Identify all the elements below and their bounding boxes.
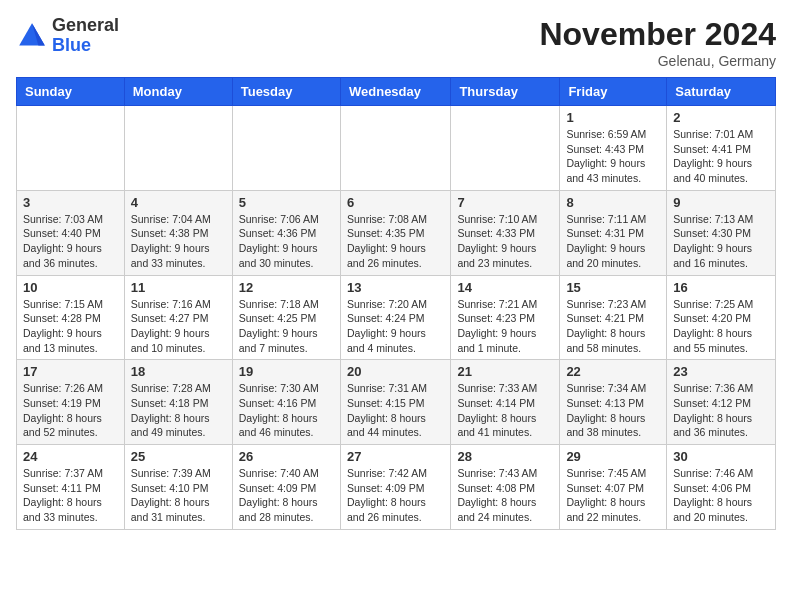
day-info: Sunrise: 7:15 AMSunset: 4:28 PMDaylight:… <box>23 297 118 356</box>
calendar-cell: 3Sunrise: 7:03 AMSunset: 4:40 PMDaylight… <box>17 190 125 275</box>
day-info: Sunrise: 7:37 AMSunset: 4:11 PMDaylight:… <box>23 466 118 525</box>
calendar-cell <box>340 106 450 191</box>
day-info: Sunrise: 7:34 AMSunset: 4:13 PMDaylight:… <box>566 381 660 440</box>
day-info: Sunrise: 7:18 AMSunset: 4:25 PMDaylight:… <box>239 297 334 356</box>
calendar-cell: 19Sunrise: 7:30 AMSunset: 4:16 PMDayligh… <box>232 360 340 445</box>
calendar-cell: 10Sunrise: 7:15 AMSunset: 4:28 PMDayligh… <box>17 275 125 360</box>
day-info: Sunrise: 7:06 AMSunset: 4:36 PMDaylight:… <box>239 212 334 271</box>
day-info: Sunrise: 7:28 AMSunset: 4:18 PMDaylight:… <box>131 381 226 440</box>
day-header-wednesday: Wednesday <box>340 78 450 106</box>
day-number: 26 <box>239 449 334 464</box>
day-info: Sunrise: 7:40 AMSunset: 4:09 PMDaylight:… <box>239 466 334 525</box>
location: Gelenau, Germany <box>539 53 776 69</box>
calendar-cell: 29Sunrise: 7:45 AMSunset: 4:07 PMDayligh… <box>560 445 667 530</box>
day-number: 20 <box>347 364 444 379</box>
day-header-saturday: Saturday <box>667 78 776 106</box>
day-number: 7 <box>457 195 553 210</box>
day-info: Sunrise: 7:08 AMSunset: 4:35 PMDaylight:… <box>347 212 444 271</box>
day-number: 23 <box>673 364 769 379</box>
day-number: 1 <box>566 110 660 125</box>
calendar: SundayMondayTuesdayWednesdayThursdayFrid… <box>16 77 776 530</box>
day-info: Sunrise: 7:36 AMSunset: 4:12 PMDaylight:… <box>673 381 769 440</box>
calendar-cell: 13Sunrise: 7:20 AMSunset: 4:24 PMDayligh… <box>340 275 450 360</box>
day-info: Sunrise: 7:46 AMSunset: 4:06 PMDaylight:… <box>673 466 769 525</box>
calendar-week-4: 17Sunrise: 7:26 AMSunset: 4:19 PMDayligh… <box>17 360 776 445</box>
day-number: 25 <box>131 449 226 464</box>
day-number: 14 <box>457 280 553 295</box>
calendar-cell: 20Sunrise: 7:31 AMSunset: 4:15 PMDayligh… <box>340 360 450 445</box>
day-number: 29 <box>566 449 660 464</box>
day-info: Sunrise: 7:03 AMSunset: 4:40 PMDaylight:… <box>23 212 118 271</box>
calendar-cell: 7Sunrise: 7:10 AMSunset: 4:33 PMDaylight… <box>451 190 560 275</box>
calendar-cell: 11Sunrise: 7:16 AMSunset: 4:27 PMDayligh… <box>124 275 232 360</box>
day-header-tuesday: Tuesday <box>232 78 340 106</box>
day-number: 4 <box>131 195 226 210</box>
day-header-friday: Friday <box>560 78 667 106</box>
day-info: Sunrise: 7:21 AMSunset: 4:23 PMDaylight:… <box>457 297 553 356</box>
day-info: Sunrise: 7:13 AMSunset: 4:30 PMDaylight:… <box>673 212 769 271</box>
calendar-header-row: SundayMondayTuesdayWednesdayThursdayFrid… <box>17 78 776 106</box>
calendar-cell: 25Sunrise: 7:39 AMSunset: 4:10 PMDayligh… <box>124 445 232 530</box>
calendar-cell: 27Sunrise: 7:42 AMSunset: 4:09 PMDayligh… <box>340 445 450 530</box>
day-info: Sunrise: 7:30 AMSunset: 4:16 PMDaylight:… <box>239 381 334 440</box>
day-info: Sunrise: 7:42 AMSunset: 4:09 PMDaylight:… <box>347 466 444 525</box>
day-info: Sunrise: 6:59 AMSunset: 4:43 PMDaylight:… <box>566 127 660 186</box>
month-title: November 2024 <box>539 16 776 53</box>
day-info: Sunrise: 7:25 AMSunset: 4:20 PMDaylight:… <box>673 297 769 356</box>
calendar-cell: 24Sunrise: 7:37 AMSunset: 4:11 PMDayligh… <box>17 445 125 530</box>
calendar-cell <box>17 106 125 191</box>
calendar-cell: 1Sunrise: 6:59 AMSunset: 4:43 PMDaylight… <box>560 106 667 191</box>
logo-text: General Blue <box>52 16 119 56</box>
day-number: 9 <box>673 195 769 210</box>
calendar-cell: 16Sunrise: 7:25 AMSunset: 4:20 PMDayligh… <box>667 275 776 360</box>
day-number: 18 <box>131 364 226 379</box>
calendar-cell: 18Sunrise: 7:28 AMSunset: 4:18 PMDayligh… <box>124 360 232 445</box>
day-number: 8 <box>566 195 660 210</box>
calendar-cell <box>451 106 560 191</box>
logo: General Blue <box>16 16 119 56</box>
calendar-week-1: 1Sunrise: 6:59 AMSunset: 4:43 PMDaylight… <box>17 106 776 191</box>
calendar-cell: 6Sunrise: 7:08 AMSunset: 4:35 PMDaylight… <box>340 190 450 275</box>
day-info: Sunrise: 7:39 AMSunset: 4:10 PMDaylight:… <box>131 466 226 525</box>
calendar-cell: 4Sunrise: 7:04 AMSunset: 4:38 PMDaylight… <box>124 190 232 275</box>
calendar-cell: 28Sunrise: 7:43 AMSunset: 4:08 PMDayligh… <box>451 445 560 530</box>
calendar-week-3: 10Sunrise: 7:15 AMSunset: 4:28 PMDayligh… <box>17 275 776 360</box>
day-info: Sunrise: 7:20 AMSunset: 4:24 PMDaylight:… <box>347 297 444 356</box>
day-number: 24 <box>23 449 118 464</box>
calendar-cell: 21Sunrise: 7:33 AMSunset: 4:14 PMDayligh… <box>451 360 560 445</box>
calendar-cell: 23Sunrise: 7:36 AMSunset: 4:12 PMDayligh… <box>667 360 776 445</box>
calendar-cell: 14Sunrise: 7:21 AMSunset: 4:23 PMDayligh… <box>451 275 560 360</box>
day-number: 12 <box>239 280 334 295</box>
calendar-cell: 30Sunrise: 7:46 AMSunset: 4:06 PMDayligh… <box>667 445 776 530</box>
calendar-week-2: 3Sunrise: 7:03 AMSunset: 4:40 PMDaylight… <box>17 190 776 275</box>
day-header-sunday: Sunday <box>17 78 125 106</box>
day-number: 11 <box>131 280 226 295</box>
calendar-cell <box>232 106 340 191</box>
calendar-cell: 8Sunrise: 7:11 AMSunset: 4:31 PMDaylight… <box>560 190 667 275</box>
day-number: 27 <box>347 449 444 464</box>
day-info: Sunrise: 7:11 AMSunset: 4:31 PMDaylight:… <box>566 212 660 271</box>
calendar-cell: 22Sunrise: 7:34 AMSunset: 4:13 PMDayligh… <box>560 360 667 445</box>
calendar-cell: 2Sunrise: 7:01 AMSunset: 4:41 PMDaylight… <box>667 106 776 191</box>
day-number: 16 <box>673 280 769 295</box>
day-info: Sunrise: 7:33 AMSunset: 4:14 PMDaylight:… <box>457 381 553 440</box>
day-info: Sunrise: 7:26 AMSunset: 4:19 PMDaylight:… <box>23 381 118 440</box>
calendar-week-5: 24Sunrise: 7:37 AMSunset: 4:11 PMDayligh… <box>17 445 776 530</box>
day-number: 2 <box>673 110 769 125</box>
day-number: 15 <box>566 280 660 295</box>
day-number: 19 <box>239 364 334 379</box>
logo-icon <box>16 20 48 52</box>
day-number: 10 <box>23 280 118 295</box>
calendar-cell <box>124 106 232 191</box>
day-header-thursday: Thursday <box>451 78 560 106</box>
day-info: Sunrise: 7:16 AMSunset: 4:27 PMDaylight:… <box>131 297 226 356</box>
calendar-cell: 12Sunrise: 7:18 AMSunset: 4:25 PMDayligh… <box>232 275 340 360</box>
day-info: Sunrise: 7:31 AMSunset: 4:15 PMDaylight:… <box>347 381 444 440</box>
day-number: 5 <box>239 195 334 210</box>
day-number: 30 <box>673 449 769 464</box>
day-number: 22 <box>566 364 660 379</box>
day-info: Sunrise: 7:10 AMSunset: 4:33 PMDaylight:… <box>457 212 553 271</box>
calendar-cell: 5Sunrise: 7:06 AMSunset: 4:36 PMDaylight… <box>232 190 340 275</box>
day-info: Sunrise: 7:01 AMSunset: 4:41 PMDaylight:… <box>673 127 769 186</box>
page-header: General Blue November 2024 Gelenau, Germ… <box>16 16 776 69</box>
